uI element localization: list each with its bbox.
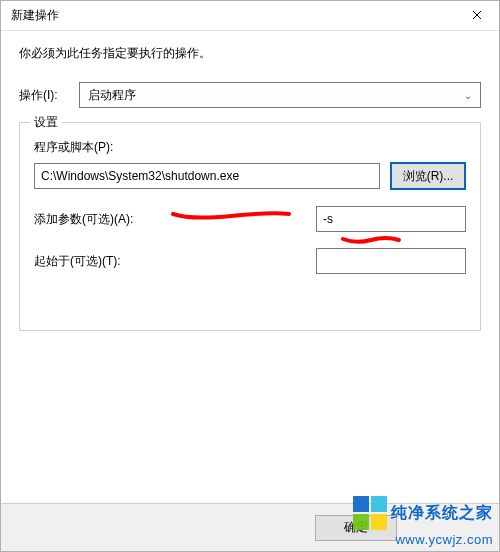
settings-legend: 设置 <box>30 114 62 131</box>
window-title: 新建操作 <box>11 7 59 24</box>
action-row: 操作(I): 启动程序 ⌄ <box>19 82 481 108</box>
action-selected-value: 启动程序 <box>88 87 136 104</box>
action-select[interactable]: 启动程序 ⌄ <box>79 82 481 108</box>
close-button[interactable] <box>455 1 499 31</box>
arguments-input[interactable] <box>316 206 466 232</box>
arguments-label: 添加参数(可选)(A): <box>34 211 316 228</box>
startin-input[interactable] <box>316 248 466 274</box>
dialog-window: 新建操作 你必须为此任务指定要执行的操作。 操作(I): 启动程序 ⌄ 设置 程… <box>0 0 500 552</box>
instruction-text: 你必须为此任务指定要执行的操作。 <box>19 45 481 62</box>
action-label: 操作(I): <box>19 87 79 104</box>
chevron-down-icon: ⌄ <box>464 90 472 101</box>
settings-group: 设置 程序或脚本(P): 浏览(R)... 添加参数(可选)(A): 起始于(可… <box>19 122 481 331</box>
title-bar: 新建操作 <box>1 1 499 31</box>
ok-button[interactable]: 确定 <box>315 515 397 541</box>
close-icon <box>472 9 482 23</box>
dialog-footer: 确定 取消 <box>1 503 499 551</box>
startin-label: 起始于(可选)(T): <box>34 253 316 270</box>
dialog-body: 你必须为此任务指定要执行的操作。 操作(I): 启动程序 ⌄ 设置 程序或脚本(… <box>1 31 499 331</box>
program-label: 程序或脚本(P): <box>34 139 466 156</box>
program-path-input[interactable] <box>34 163 380 189</box>
browse-button[interactable]: 浏览(R)... <box>390 162 466 190</box>
